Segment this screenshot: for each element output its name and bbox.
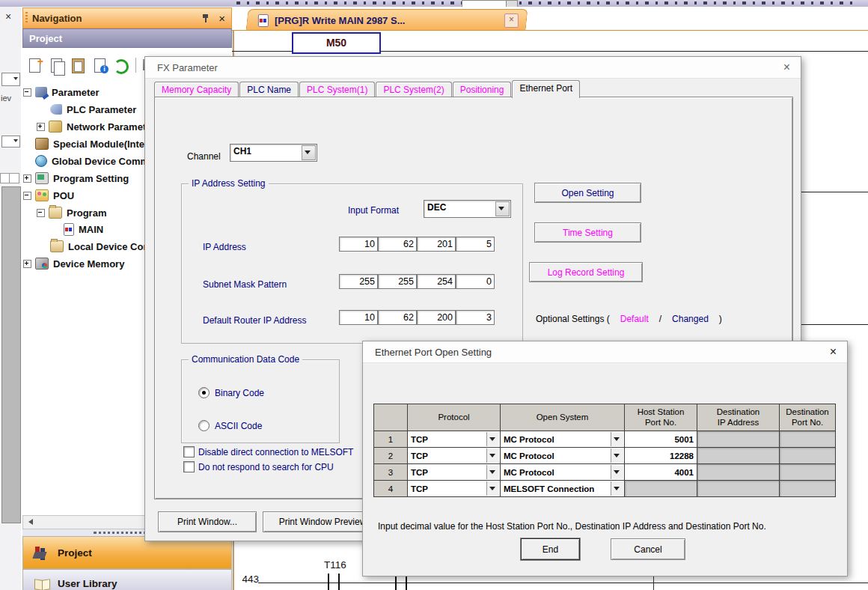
drag-grip-icon[interactable]: [25, 12, 28, 24]
property-info-icon[interactable]: i: [92, 57, 109, 73]
mini-dropdown[interactable]: [1, 73, 20, 86]
close-icon[interactable]: ×: [783, 61, 790, 74]
chevron-down-icon[interactable]: [611, 448, 623, 463]
tree-item-program[interactable]: Program: [37, 205, 106, 220]
open-system-select-2[interactable]: MC Protocol: [501, 448, 625, 464]
ip-octet-2[interactable]: [378, 237, 417, 252]
end-button[interactable]: End: [521, 538, 580, 560]
tab-ethernet-port[interactable]: Ethernet Port: [512, 80, 580, 98]
ascii-code-label[interactable]: ASCII Code: [215, 421, 262, 431]
expand-icon[interactable]: [37, 123, 45, 131]
ip-octet-1[interactable]: [339, 237, 378, 252]
fx-dialog-titlebar[interactable]: FX Parameter ×: [145, 57, 801, 79]
collapse-icon[interactable]: [23, 192, 31, 200]
host-port-cell-3[interactable]: 4001: [625, 464, 697, 481]
input-format-select[interactable]: DEC: [424, 200, 511, 218]
close-icon[interactable]: ×: [830, 345, 837, 359]
chevron-down-icon[interactable]: [486, 432, 499, 446]
ladder-cell-selected[interactable]: M50: [292, 32, 381, 54]
tab-close-icon[interactable]: ×: [504, 13, 519, 28]
tree-item-device-memory[interactable]: Device Memory: [23, 256, 124, 271]
ip-octet-3[interactable]: [417, 237, 456, 252]
tree-item-program-setting[interactable]: Program Setting: [23, 171, 129, 186]
new-item-icon[interactable]: +: [27, 57, 43, 73]
protocol-select-3[interactable]: TCP: [408, 464, 501, 481]
binary-code-radio[interactable]: [198, 387, 210, 398]
disable-direct-connection-checkbox[interactable]: [183, 446, 195, 457]
chevron-down-icon[interactable]: [611, 481, 623, 496]
monitor-icon: [35, 172, 49, 184]
dest-ip-cell-2: [697, 448, 780, 464]
refresh-icon[interactable]: [114, 57, 130, 73]
mask-octet-4[interactable]: [456, 274, 495, 289]
pin-icon[interactable]: [202, 13, 210, 22]
protocol-select-2[interactable]: TCP: [408, 448, 501, 464]
open-system-select-1[interactable]: MC Protocol: [501, 431, 625, 448]
dest-ip-cell-1: [697, 431, 780, 448]
chevron-down-icon[interactable]: [302, 145, 316, 160]
expand-icon[interactable]: [23, 260, 31, 268]
editor-tab[interactable]: [PRG]R Write MAIN 2987 S... ×: [245, 9, 528, 31]
host-port-cell-1[interactable]: 5001: [625, 431, 697, 448]
tab-positioning[interactable]: Positioning: [453, 82, 512, 97]
mask-octet-2[interactable]: [378, 274, 417, 289]
tree-item-parameter[interactable]: Parameter: [23, 85, 100, 100]
no-respond-search-label[interactable]: Do not respond to search for CPU: [198, 462, 334, 472]
router-octet-3[interactable]: [417, 310, 456, 325]
cancel-button[interactable]: Cancel: [611, 538, 685, 560]
dest-port-cell-1: [780, 431, 836, 448]
collapse-icon[interactable]: [37, 209, 45, 217]
tab-memory-capacity[interactable]: Memory Capacity: [154, 82, 239, 97]
close-icon[interactable]: ×: [5, 10, 11, 22]
tab-plc-name[interactable]: PLC Name: [239, 82, 299, 97]
folder-icon: [50, 240, 64, 252]
user-library-view-button[interactable]: User Library: [22, 569, 232, 590]
chevron-down-icon[interactable]: [486, 448, 499, 463]
open-system-select-4[interactable]: MELSOFT Connection: [501, 481, 625, 497]
tree-item-network-parameter[interactable]: Network Parameter: [37, 119, 156, 134]
mini-dropdown-2[interactable]: [1, 136, 20, 148]
tree-item-main[interactable]: MAIN: [64, 222, 103, 237]
print-window-button[interactable]: Print Window...: [158, 511, 257, 532]
channel-select[interactable]: CH1: [230, 144, 317, 162]
copy-icon[interactable]: [49, 57, 65, 73]
expand-icon[interactable]: [23, 174, 31, 183]
ascii-code-radio[interactable]: [198, 420, 210, 431]
router-octet-1[interactable]: [339, 310, 378, 325]
close-icon[interactable]: ×: [218, 13, 225, 24]
tree-item-plc-parameter[interactable]: PLC Parameter: [50, 102, 136, 117]
ip-octet-4[interactable]: [456, 237, 495, 252]
chevron-down-icon[interactable]: [486, 465, 499, 479]
no-respond-search-checkbox[interactable]: [183, 461, 195, 472]
log-record-setting-button[interactable]: Log Record Setting: [529, 262, 643, 282]
protocol-select-1[interactable]: TCP: [408, 431, 501, 448]
host-port-cell-2[interactable]: 12288: [625, 448, 697, 464]
chevron-down-icon[interactable]: [611, 432, 623, 446]
tab-plc-system2[interactable]: PLC System(2): [376, 82, 451, 97]
col-header-dest-ip: Destination IP Address: [697, 404, 780, 431]
tab-plc-system1[interactable]: PLC System(1): [299, 82, 375, 97]
paste-icon[interactable]: [70, 57, 87, 73]
open-dialog-titlebar[interactable]: Ethernet Port Open Setting ×: [363, 341, 847, 363]
protocol-select-4[interactable]: TCP: [408, 481, 501, 497]
open-setting-button[interactable]: Open Setting: [534, 183, 641, 203]
chevron-down-icon[interactable]: [495, 201, 510, 216]
collapse-icon[interactable]: [23, 88, 31, 97]
time-setting-button[interactable]: Time Setting: [534, 222, 641, 243]
chevron-down-icon[interactable]: [611, 465, 623, 479]
optional-changed-link[interactable]: Changed: [672, 314, 709, 324]
module-icon: [35, 138, 49, 150]
open-system-select-3[interactable]: MC Protocol: [501, 464, 625, 481]
router-octet-4[interactable]: [456, 310, 495, 325]
chevron-down-icon[interactable]: [486, 481, 499, 496]
router-octet-2[interactable]: [378, 310, 417, 325]
disable-direct-connection-label[interactable]: Disable direct connection to MELSOFT: [198, 447, 353, 457]
optional-default-link[interactable]: Default: [620, 314, 649, 324]
contact-symbol[interactable]: [328, 574, 329, 590]
contact-symbol[interactable]: [338, 574, 340, 590]
mask-octet-3[interactable]: [417, 274, 456, 289]
mask-octet-1[interactable]: [339, 274, 378, 289]
binary-code-label[interactable]: Binary Code: [215, 388, 264, 398]
tree-item-pou[interactable]: POU: [23, 188, 74, 203]
scroll-left-icon[interactable]: [25, 519, 33, 525]
